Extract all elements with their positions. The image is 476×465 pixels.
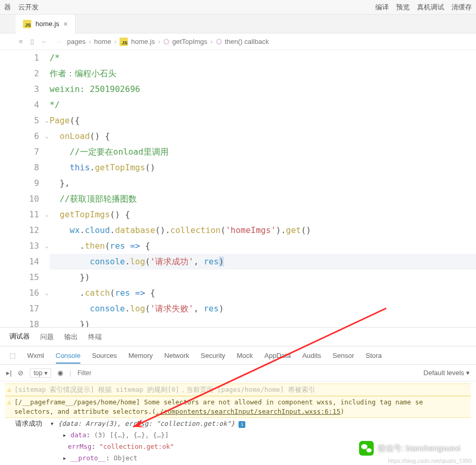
forward-icon[interactable]: → (55, 38, 62, 45)
levels-select[interactable]: Default levels ▾ (423, 369, 470, 377)
console-warning: ⚠ [sitemap 索引情况提示] 根据 sitemap 的规则[0]，当前页… (5, 383, 471, 396)
crumb[interactable]: getTopImgs (172, 38, 207, 45)
devtab-wxml[interactable]: Wxml (27, 352, 44, 359)
info-icon: i (239, 421, 245, 428)
console-toolbar: ▸| ⊘ top ▾ ◉ | Default levels ▾ (0, 365, 476, 381)
back-icon[interactable]: ← (41, 38, 48, 45)
breadcrumb: ≡ ▯ ← → pages› home› JS home.js› ⬡ getTo… (0, 33, 476, 50)
code-area[interactable]: /*作者：编程小石头weixin: 2501902696*/Page({ onL… (50, 50, 476, 327)
menu-item-device[interactable]: 器 (4, 3, 11, 12)
devtab-appdata[interactable]: AppData (265, 352, 291, 359)
js-file-icon: JS (23, 20, 31, 28)
method-icon: ⬡ (216, 38, 222, 45)
menu-item-cloud[interactable]: 云开发 (18, 3, 39, 12)
menu-item-clear-cache[interactable]: 清缓存 (451, 3, 472, 12)
js-file-icon: JS (120, 38, 128, 46)
crumb[interactable]: pages (67, 38, 86, 45)
code-editor[interactable]: 12345⌄6⌄7891011⌄1213⌄141516⌄1718 /*作者：编程… (0, 50, 476, 327)
file-tab-label: home.js (35, 20, 59, 28)
devtab-audits[interactable]: Audits (302, 352, 321, 359)
close-tab-icon[interactable]: × (64, 20, 68, 28)
devtab-storage[interactable]: Stora (366, 352, 382, 359)
devtools-tabs: ⬚ Wxml Console Sources Memory Network Se… (0, 346, 476, 365)
url-watermark: https://blog.csdn.net/qiushi_1990 (388, 458, 472, 464)
source-link[interactable]: ./compontents/searchInput/searchInput.wx… (156, 408, 340, 415)
devtab-memory[interactable]: Memory (128, 352, 153, 359)
devtab-console[interactable]: Console (56, 352, 81, 364)
toggle-sidebar-icon[interactable]: ▸| (6, 369, 11, 377)
editor-tabbar: JS home.js × (0, 15, 476, 33)
bookmark-icon[interactable]: ▯ (30, 38, 34, 45)
filter-input[interactable] (77, 369, 171, 377)
list-icon[interactable]: ≡ (19, 38, 23, 45)
clear-console-icon[interactable]: ⊘ (18, 369, 23, 377)
panel-tabs: 调试器 问题 输出 终端 (0, 327, 476, 346)
menu-item-preview[interactable]: 预览 (396, 3, 410, 12)
crumb[interactable]: home.js (131, 38, 155, 45)
devtab-security[interactable]: Security (201, 352, 225, 359)
panel-tab-output[interactable]: 输出 (64, 332, 78, 342)
crumb[interactable]: then() callback (225, 38, 269, 45)
devtab-sensor[interactable]: Sensor (332, 352, 354, 359)
console-expanded-prop[interactable]: ▸ data: (3) [{…}, {…}, {…}] (5, 429, 471, 441)
console-warning: ⚠ [/__pageframe__/pages/home/home] Some … (5, 396, 471, 418)
method-icon: ⬡ (163, 38, 169, 45)
devtab-sources[interactable]: Sources (92, 352, 117, 359)
watermark: 微信号: bianchengxuexi (359, 441, 460, 456)
file-tab[interactable]: JS home.js × (16, 15, 76, 33)
chevron-down-icon: ▾ (44, 369, 47, 377)
top-menu: 器 云开发 编译 预览 真机调试 清缓存 (0, 0, 476, 15)
panel-tab-debugger[interactable]: 调试器 (9, 332, 30, 342)
line-gutter: 12345⌄6⌄7891011⌄1213⌄141516⌄1718 (0, 50, 50, 327)
console-log[interactable]: 请求成功 ▾ {data: Array(3), errMsg: "collect… (5, 418, 471, 429)
panel-tab-terminal[interactable]: 终端 (88, 332, 102, 342)
wechat-icon (359, 441, 374, 456)
devtab-mock[interactable]: Mock (237, 352, 253, 359)
warning-icon: ⚠ (7, 385, 11, 394)
eye-icon[interactable]: ◉ (57, 369, 63, 377)
warning-icon: ⚠ (7, 398, 11, 416)
panel-tab-problems[interactable]: 问题 (40, 332, 54, 342)
devtab-network[interactable]: Network (164, 352, 189, 359)
menu-item-compile[interactable]: 编译 (375, 3, 389, 12)
menu-item-remote-debug[interactable]: 真机调试 (417, 3, 444, 12)
inspect-icon[interactable]: ⬚ (9, 352, 16, 359)
crumb[interactable]: home (94, 38, 111, 45)
context-select[interactable]: top ▾ (30, 368, 51, 378)
